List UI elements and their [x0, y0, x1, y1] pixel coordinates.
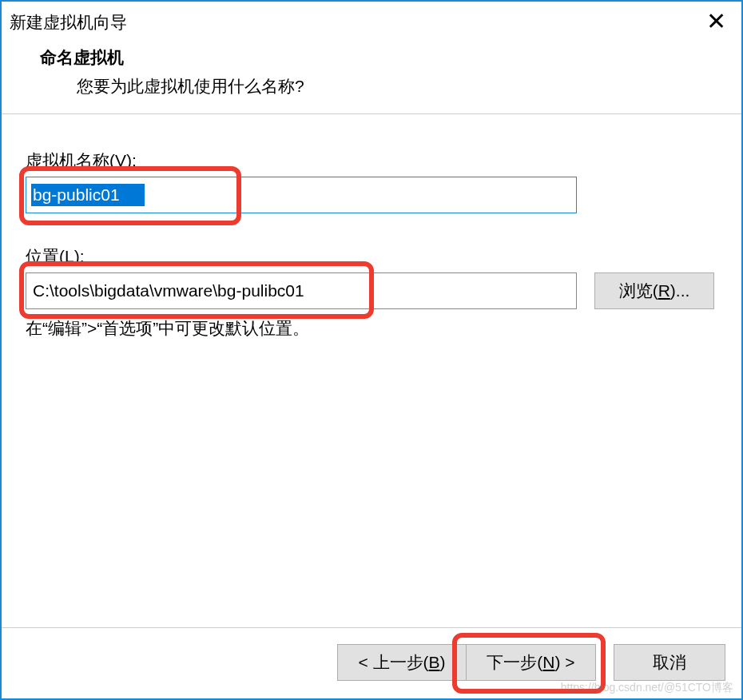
vm-name-input-wrapper[interactable] — [26, 177, 577, 213]
page-subheading: 您要为此虚拟机使用什么名称? — [40, 75, 741, 97]
next-btn-prefix: 下一步( — [487, 653, 542, 671]
dialog-title: 新建虚拟机向导 — [10, 6, 127, 34]
vm-name-label-prefix: 虚拟机名称( — [26, 151, 115, 169]
next-btn-key: N — [542, 653, 554, 671]
vm-name-label-suffix: ): — [126, 151, 137, 169]
location-input[interactable] — [26, 272, 577, 309]
browse-button[interactable]: 浏览(R)... — [594, 272, 714, 309]
back-btn-suffix: ) — [440, 653, 446, 671]
location-label-suffix: ): — [74, 247, 85, 265]
next-button[interactable]: 下一步(N) > — [467, 644, 596, 681]
browse-btn-prefix: 浏览( — [619, 281, 658, 300]
vm-name-input[interactable] — [31, 184, 145, 206]
back-button[interactable]: < 上一步(B) — [337, 644, 467, 681]
location-label-key: L — [65, 247, 74, 265]
location-label-prefix: 位置( — [26, 247, 65, 265]
back-btn-key: B — [429, 653, 440, 671]
location-row: 浏览(R)... — [26, 272, 717, 309]
footer: < 上一步(B) 下一步(N) > 取消 — [2, 627, 741, 698]
back-btn-prefix: < 上一步( — [358, 653, 428, 671]
content-area: 虚拟机名称(V): 位置(L): 浏览(R)... 在“编辑”>“首选项”中可更… — [2, 114, 741, 627]
location-field-group: 位置(L): 浏览(R)... 在“编辑”>“首选项”中可更改默认位置。 — [26, 245, 717, 340]
page-heading: 命名虚拟机 — [40, 46, 741, 69]
location-label: 位置(L): — [26, 245, 717, 268]
vm-name-field-group: 虚拟机名称(V): — [26, 149, 717, 213]
next-btn-suffix: ) > — [555, 653, 575, 671]
vm-name-label: 虚拟机名称(V): — [26, 149, 717, 172]
browse-btn-suffix: )... — [670, 281, 690, 300]
cancel-button[interactable]: 取消 — [614, 644, 725, 681]
titlebar: 新建虚拟机向导 ✕ — [2, 2, 741, 38]
header-area: 命名虚拟机 您要为此虚拟机使用什么名称? — [2, 38, 741, 113]
close-icon[interactable]: ✕ — [698, 6, 733, 35]
location-hint: 在“编辑”>“首选项”中可更改默认位置。 — [26, 317, 717, 340]
browse-btn-key: R — [658, 281, 670, 300]
vm-name-label-key: V — [115, 151, 126, 169]
new-vm-wizard-dialog: 新建虚拟机向导 ✕ 命名虚拟机 您要为此虚拟机使用什么名称? 虚拟机名称(V):… — [0, 0, 743, 700]
